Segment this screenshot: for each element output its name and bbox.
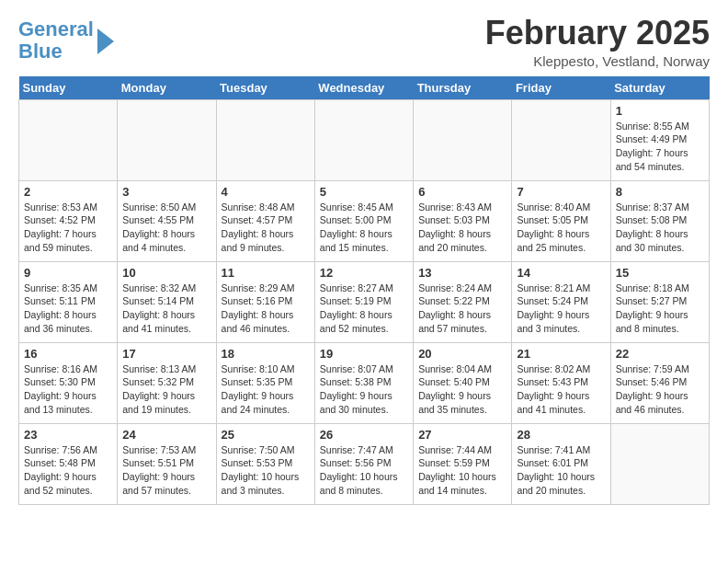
day-number: 19 xyxy=(320,347,408,361)
day-info: Sunrise: 7:50 AM Sunset: 5:53 PM Dayligh… xyxy=(222,443,310,498)
day-number: 13 xyxy=(418,266,506,280)
table-row: 21Sunrise: 8:02 AM Sunset: 5:43 PM Dayli… xyxy=(512,342,610,423)
day-number: 15 xyxy=(616,266,704,280)
table-row: 11Sunrise: 8:29 AM Sunset: 5:16 PM Dayli… xyxy=(216,261,314,342)
day-info: Sunrise: 8:53 AM Sunset: 4:52 PM Dayligh… xyxy=(24,201,112,255)
day-number: 11 xyxy=(222,266,310,280)
day-info: Sunrise: 8:37 AM Sunset: 5:08 PM Dayligh… xyxy=(616,201,704,255)
day-info: Sunrise: 8:40 AM Sunset: 5:05 PM Dayligh… xyxy=(517,201,605,255)
month-title: February 2025 xyxy=(485,15,710,52)
table-row xyxy=(118,99,216,180)
logo-general: General xyxy=(18,17,94,40)
day-info: Sunrise: 8:48 AM Sunset: 4:57 PM Dayligh… xyxy=(222,201,310,255)
day-number: 5 xyxy=(320,185,408,199)
day-number: 18 xyxy=(222,347,310,361)
title-block: February 2025 Kleppesto, Vestland, Norwa… xyxy=(485,15,710,69)
day-number: 26 xyxy=(320,428,408,442)
day-info: Sunrise: 8:13 AM Sunset: 5:32 PM Dayligh… xyxy=(122,362,210,417)
table-row: 2Sunrise: 8:53 AM Sunset: 4:52 PM Daylig… xyxy=(19,180,118,261)
day-info: Sunrise: 8:45 AM Sunset: 5:00 PM Dayligh… xyxy=(320,201,408,255)
table-row: 8Sunrise: 8:37 AM Sunset: 5:08 PM Daylig… xyxy=(610,180,709,261)
col-tuesday: Tuesday xyxy=(216,76,314,100)
table-row xyxy=(216,99,314,180)
calendar-week-row: 23Sunrise: 7:56 AM Sunset: 5:48 PM Dayli… xyxy=(19,423,710,504)
table-row: 13Sunrise: 8:24 AM Sunset: 5:22 PM Dayli… xyxy=(414,261,512,342)
day-number: 6 xyxy=(418,185,506,199)
day-info: Sunrise: 8:27 AM Sunset: 5:19 PM Dayligh… xyxy=(320,282,408,336)
location-subtitle: Kleppesto, Vestland, Norway xyxy=(485,53,710,69)
day-info: Sunrise: 7:47 AM Sunset: 5:56 PM Dayligh… xyxy=(320,443,408,498)
day-number: 25 xyxy=(222,428,310,442)
calendar-week-row: 9Sunrise: 8:35 AM Sunset: 5:11 PM Daylig… xyxy=(19,261,710,342)
day-number: 4 xyxy=(222,185,310,199)
day-number: 12 xyxy=(320,266,408,280)
day-info: Sunrise: 8:55 AM Sunset: 4:49 PM Dayligh… xyxy=(616,120,704,174)
day-info: Sunrise: 8:29 AM Sunset: 5:16 PM Dayligh… xyxy=(222,282,310,336)
day-info: Sunrise: 8:04 AM Sunset: 5:40 PM Dayligh… xyxy=(418,362,506,417)
col-saturday: Saturday xyxy=(610,76,709,100)
day-number: 28 xyxy=(517,428,605,442)
col-wednesday: Wednesday xyxy=(314,76,413,100)
day-info: Sunrise: 8:24 AM Sunset: 5:22 PM Dayligh… xyxy=(418,282,506,336)
col-thursday: Thursday xyxy=(414,76,512,100)
page-container: General Blue February 2025 Kleppesto, Ve… xyxy=(0,0,728,514)
table-row: 20Sunrise: 8:04 AM Sunset: 5:40 PM Dayli… xyxy=(414,342,512,423)
day-number: 27 xyxy=(418,428,506,442)
day-info: Sunrise: 7:41 AM Sunset: 6:01 PM Dayligh… xyxy=(517,443,605,498)
day-number: 3 xyxy=(122,185,210,199)
day-info: Sunrise: 8:50 AM Sunset: 4:55 PM Dayligh… xyxy=(122,201,210,255)
table-row: 14Sunrise: 8:21 AM Sunset: 5:24 PM Dayli… xyxy=(512,261,610,342)
header: General Blue February 2025 Kleppesto, Ve… xyxy=(18,15,710,69)
col-sunday: Sunday xyxy=(19,76,118,100)
calendar-week-row: 16Sunrise: 8:16 AM Sunset: 5:30 PM Dayli… xyxy=(19,342,710,423)
day-number: 23 xyxy=(24,428,112,442)
day-number: 10 xyxy=(122,266,210,280)
table-row xyxy=(314,99,413,180)
day-info: Sunrise: 8:16 AM Sunset: 5:30 PM Dayligh… xyxy=(24,362,112,417)
day-number: 8 xyxy=(616,185,704,199)
logo-blue: Blue xyxy=(18,40,63,63)
table-row: 19Sunrise: 8:07 AM Sunset: 5:38 PM Dayli… xyxy=(314,342,413,423)
day-number: 16 xyxy=(24,347,112,361)
calendar-week-row: 2Sunrise: 8:53 AM Sunset: 4:52 PM Daylig… xyxy=(19,180,710,261)
col-monday: Monday xyxy=(118,76,216,100)
table-row: 25Sunrise: 7:50 AM Sunset: 5:53 PM Dayli… xyxy=(216,423,314,504)
table-row xyxy=(610,423,709,504)
table-row: 27Sunrise: 7:44 AM Sunset: 5:59 PM Dayli… xyxy=(414,423,512,504)
table-row: 1Sunrise: 8:55 AM Sunset: 4:49 PM Daylig… xyxy=(610,99,709,180)
table-row xyxy=(512,99,610,180)
day-info: Sunrise: 8:32 AM Sunset: 5:14 PM Dayligh… xyxy=(122,282,210,336)
day-info: Sunrise: 8:02 AM Sunset: 5:43 PM Dayligh… xyxy=(517,362,605,417)
day-info: Sunrise: 8:35 AM Sunset: 5:11 PM Dayligh… xyxy=(24,282,112,336)
table-row: 5Sunrise: 8:45 AM Sunset: 5:00 PM Daylig… xyxy=(314,180,413,261)
day-number: 17 xyxy=(122,347,210,361)
table-row: 16Sunrise: 8:16 AM Sunset: 5:30 PM Dayli… xyxy=(19,342,118,423)
day-number: 1 xyxy=(616,104,704,118)
table-row: 26Sunrise: 7:47 AM Sunset: 5:56 PM Dayli… xyxy=(314,423,413,504)
table-row xyxy=(414,99,512,180)
day-number: 24 xyxy=(122,428,210,442)
day-number: 21 xyxy=(517,347,605,361)
day-info: Sunrise: 8:10 AM Sunset: 5:35 PM Dayligh… xyxy=(222,362,310,417)
calendar-table: Sunday Monday Tuesday Wednesday Thursday… xyxy=(18,76,710,505)
logo-text-block: General Blue xyxy=(18,18,94,63)
day-info: Sunrise: 7:56 AM Sunset: 5:48 PM Dayligh… xyxy=(24,443,112,498)
calendar-week-row: 1Sunrise: 8:55 AM Sunset: 4:49 PM Daylig… xyxy=(19,99,710,180)
day-info: Sunrise: 7:59 AM Sunset: 5:46 PM Dayligh… xyxy=(616,362,704,417)
table-row: 28Sunrise: 7:41 AM Sunset: 6:01 PM Dayli… xyxy=(512,423,610,504)
table-row: 3Sunrise: 8:50 AM Sunset: 4:55 PM Daylig… xyxy=(118,180,216,261)
col-friday: Friday xyxy=(512,76,610,100)
table-row: 18Sunrise: 8:10 AM Sunset: 5:35 PM Dayli… xyxy=(216,342,314,423)
day-number: 7 xyxy=(517,185,605,199)
table-row xyxy=(19,99,118,180)
table-row: 23Sunrise: 7:56 AM Sunset: 5:48 PM Dayli… xyxy=(19,423,118,504)
table-row: 22Sunrise: 7:59 AM Sunset: 5:46 PM Dayli… xyxy=(610,342,709,423)
table-row: 10Sunrise: 8:32 AM Sunset: 5:14 PM Dayli… xyxy=(118,261,216,342)
logo-arrow-icon xyxy=(97,29,114,54)
table-row: 15Sunrise: 8:18 AM Sunset: 5:27 PM Dayli… xyxy=(610,261,709,342)
table-row: 6Sunrise: 8:43 AM Sunset: 5:03 PM Daylig… xyxy=(414,180,512,261)
day-number: 22 xyxy=(616,347,704,361)
day-info: Sunrise: 8:21 AM Sunset: 5:24 PM Dayligh… xyxy=(517,282,605,336)
table-row: 17Sunrise: 8:13 AM Sunset: 5:32 PM Dayli… xyxy=(118,342,216,423)
day-info: Sunrise: 8:43 AM Sunset: 5:03 PM Dayligh… xyxy=(418,201,506,255)
